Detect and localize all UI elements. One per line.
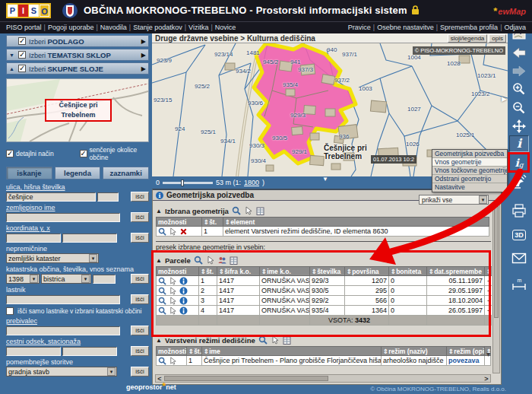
panel-collapse-icon[interactable]: ▼ xyxy=(322,176,328,183)
tab-iskanje[interactable]: iskanje xyxy=(6,167,52,180)
zemljepisno-label[interactable]: zemljepisno ime xyxy=(6,204,149,211)
export-icon[interactable] xyxy=(230,256,238,265)
zoom-slider[interactable] xyxy=(163,182,213,184)
isci-zemljepisno-button[interactable]: išči xyxy=(131,212,149,222)
menu-item-odstrani-geometrijo[interactable]: Odstrani geometrijo xyxy=(432,175,507,183)
nepremicnine-select[interactable]: zemljiški kataster▾ xyxy=(6,253,99,263)
menu-odjava[interactable]: Odjava xyxy=(504,24,526,31)
column-header[interactable]: št. xyxy=(202,218,223,227)
menu-pogoji-uporabe[interactable]: Pogoji uporabe xyxy=(48,24,94,31)
zoom-out-icon[interactable] xyxy=(509,100,529,116)
select-icon[interactable] xyxy=(169,277,177,285)
ewmap-logo[interactable]: *ewMap xyxy=(493,5,526,17)
stacionaza-input[interactable] xyxy=(62,347,117,356)
column-header[interactable]: režim (naziv) xyxy=(382,347,447,356)
view-3d-icon[interactable]: 3D xyxy=(509,227,529,243)
scroll-right-icon[interactable]: > xyxy=(483,375,490,383)
geoprostor-logo[interactable]: geoprostor*net xyxy=(126,381,176,392)
isci-ulica-button[interactable]: išči xyxy=(131,192,149,202)
prebivalec-input[interactable] xyxy=(6,326,120,335)
ko-ime-select[interactable]: bistrica▾ xyxy=(41,274,91,284)
measure-icon[interactable]: m xyxy=(509,275,529,292)
koordinata-label[interactable]: koordinata y, x xyxy=(6,224,149,232)
opis-button[interactable]: opis xyxy=(489,34,506,43)
menu-navodila[interactable]: Navodila xyxy=(100,24,127,31)
ko-stevilka-select[interactable]: 1398▾ xyxy=(6,274,40,284)
zoom-slider-handle[interactable] xyxy=(181,180,184,186)
pan-icon[interactable] xyxy=(509,118,529,135)
detajlni-nacin-checkbox[interactable] xyxy=(6,150,14,157)
piso-logo[interactable]: P I S O xyxy=(6,3,51,18)
column-header[interactable]: možnosti xyxy=(157,218,202,227)
collapse-icon[interactable]: ▲ xyxy=(156,208,162,214)
accordion-tematski-sklop[interactable]: ▼ Izberi TEMATSKI SKLOP ▶ xyxy=(6,49,149,61)
info-icon[interactable] xyxy=(179,307,188,315)
zoom-to-icon[interactable] xyxy=(158,227,166,236)
info-icon[interactable] xyxy=(179,297,188,305)
lastnik-input[interactable] xyxy=(6,295,120,304)
koordinata-x-input[interactable] xyxy=(62,234,117,243)
skupne-checkbox[interactable] xyxy=(18,65,26,72)
column-header[interactable]: dat.spremembe xyxy=(427,267,485,276)
menu-item-vnos-geometrije[interactable]: Vnos geometrije xyxy=(432,158,507,167)
vertical-scrollbar[interactable] xyxy=(492,202,500,373)
collapse-icon[interactable]: ▲ xyxy=(156,337,162,344)
expand-right-icon[interactable]: ▶ xyxy=(141,65,146,72)
select-icon[interactable] xyxy=(169,307,177,315)
scrollbar-thumb[interactable] xyxy=(494,204,499,318)
column-header[interactable]: ime k.o. xyxy=(260,267,310,276)
select-icon[interactable] xyxy=(169,357,177,365)
send-mail-icon[interactable] xyxy=(509,249,529,266)
forward-arrow-icon[interactable] xyxy=(509,62,529,79)
ulica-label[interactable]: ulica, hišna številka xyxy=(6,183,149,191)
export-icon[interactable] xyxy=(283,336,291,345)
accordion-podlago[interactable]: Izberi PODLAGO ▶ xyxy=(6,35,149,47)
povezava-link[interactable]: povezava xyxy=(448,357,480,364)
menu-pravice[interactable]: Pravice xyxy=(348,24,371,31)
pointer-select-icon[interactable] xyxy=(244,206,253,215)
zoom-to-icon[interactable] xyxy=(158,307,166,315)
koordinata-y-input[interactable] xyxy=(6,234,61,243)
menu-item-nastavitve[interactable]: Nastavitve xyxy=(432,183,507,192)
zemljepisno-input[interactable] xyxy=(6,213,120,222)
zoom-to-icon[interactable] xyxy=(158,277,166,285)
menu-sprememba-profila[interactable]: Sprememba profila xyxy=(440,24,498,31)
select-icon[interactable] xyxy=(169,297,177,305)
prebivalec-label[interactable]: prebivalec xyxy=(6,317,149,325)
column-header[interactable]: ⇕ xyxy=(485,267,492,276)
tematski-checkbox[interactable] xyxy=(18,51,26,59)
tab-zaznamki[interactable]: zaznamki xyxy=(103,167,149,180)
isci-parcela-button[interactable]: išči xyxy=(131,274,149,284)
expand-right-icon[interactable]: ▶ xyxy=(141,38,146,45)
geometry-query-icon[interactable]: ig xyxy=(509,154,529,171)
zoom-to-icon[interactable] xyxy=(158,297,166,305)
back-arrow-icon[interactable] xyxy=(509,44,529,61)
isci-storitve-button[interactable]: išči xyxy=(131,367,149,377)
storitve-select[interactable]: gradnja stavb▾ xyxy=(6,367,117,377)
column-header[interactable]: možnosti xyxy=(157,347,187,356)
column-header[interactable]: šifra k.o. xyxy=(217,267,260,276)
dropdown-arrow-icon[interactable]: ▾ xyxy=(89,254,97,262)
collapse-icon[interactable]: ▲ xyxy=(156,257,162,264)
isci-cestni-button[interactable]: išči xyxy=(131,346,149,356)
column-header[interactable]: ime xyxy=(202,347,382,356)
collapse-icon[interactable]: ▼ xyxy=(9,52,15,58)
column-header[interactable]: možnosti xyxy=(157,267,199,276)
accordion-skupne-sloje[interactable]: ▲ Izberi SKUPNE SLOJE ▶ xyxy=(6,62,149,75)
zoom-to-icon[interactable] xyxy=(158,287,166,295)
magnifier-icon[interactable] xyxy=(232,206,241,215)
menu-item-vnos-tockovne[interactable]: Vnos točkovne geometrije xyxy=(432,167,507,175)
select-icon[interactable] xyxy=(169,227,177,236)
info-icon[interactable] xyxy=(179,277,188,285)
menu-item-geometrijska-poizvedba[interactable]: Geometrijska poizvedba xyxy=(432,150,507,158)
delete-icon[interactable] xyxy=(179,227,188,236)
sloji-legenda-button[interactable]: sloji/legenda xyxy=(448,34,487,43)
isci-lastnik-button[interactable]: išči xyxy=(131,294,149,304)
menu-piso-portal[interactable]: PISO portal xyxy=(6,24,42,31)
menu-novice[interactable]: Novice xyxy=(215,24,236,31)
magnifier-icon[interactable] xyxy=(258,335,268,345)
expand-right-icon[interactable]: ▶ xyxy=(141,52,146,59)
dropdown-arrow-icon[interactable]: ▾ xyxy=(107,367,116,376)
select-icon[interactable] xyxy=(169,287,177,295)
dropdown-arrow-icon[interactable]: ▾ xyxy=(81,275,90,283)
